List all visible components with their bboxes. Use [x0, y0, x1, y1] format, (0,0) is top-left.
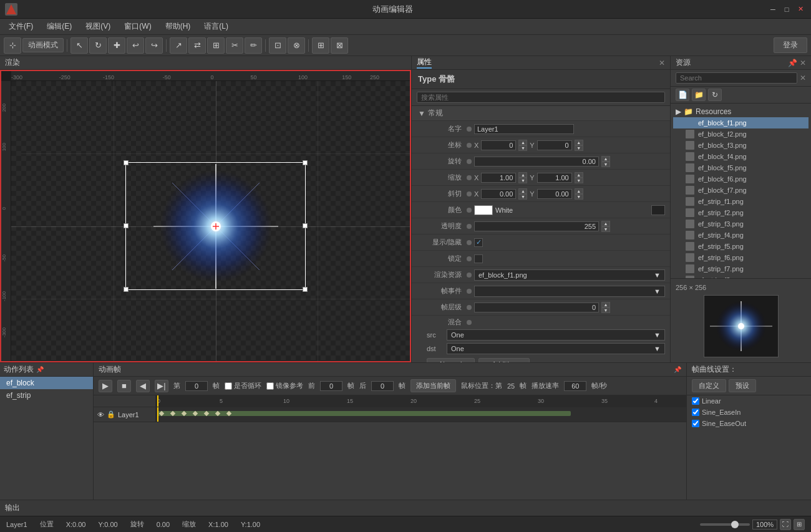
maximize-button[interactable]: □	[781, 4, 792, 15]
shy-down[interactable]: ▼	[575, 194, 583, 200]
prop-sy-input[interactable]	[537, 173, 572, 183]
res-file-4[interactable]: ef_block_f5.png	[673, 162, 809, 173]
fit-button[interactable]: ⊞	[794, 519, 805, 530]
y-up[interactable]: ▲	[575, 140, 583, 145]
tool-expand[interactable]: ⊞	[312, 37, 329, 54]
res-file-12[interactable]: ef_strip_f6.png	[673, 252, 809, 263]
keyframe-5[interactable]	[215, 411, 220, 416]
curve-custom-button[interactable]: 自定义	[692, 379, 726, 392]
zoom-thumb[interactable]	[731, 521, 739, 528]
props-tab[interactable]: 属性	[417, 57, 432, 69]
rot-up[interactable]: ▲	[601, 156, 610, 162]
op-down[interactable]: ▼	[601, 226, 610, 232]
x-down[interactable]: ▼	[518, 145, 527, 151]
track-visible-icon[interactable]: 👁	[97, 411, 104, 418]
zl-down[interactable]: ▼	[601, 307, 610, 313]
props-close-icon[interactable]: ✕	[659, 59, 665, 67]
before-input[interactable]	[320, 381, 342, 391]
blend-src-dropdown[interactable]: One ▼	[447, 329, 665, 341]
track-lock-icon[interactable]: 🔒	[107, 410, 115, 418]
prop-y-input[interactable]	[537, 140, 572, 150]
shx-down[interactable]: ▼	[518, 194, 527, 200]
fullscreen-button[interactable]: ⛶	[780, 519, 791, 530]
stop-button[interactable]: ■	[117, 380, 131, 392]
curve-linear-checkbox[interactable]	[692, 397, 699, 405]
res-file-2[interactable]: ef_block_f3.png	[673, 140, 809, 151]
zoom-track[interactable]	[700, 523, 750, 526]
res-file-10[interactable]: ef_strip_f4.png	[673, 230, 809, 241]
play-button[interactable]: ▶	[99, 380, 112, 392]
tool-arrow[interactable]: ↖	[70, 37, 88, 54]
tool-cut[interactable]: ✂	[226, 37, 243, 54]
res-pin-icon[interactable]: 📌	[788, 59, 797, 67]
res-file-11[interactable]: ef_strip_f5.png	[673, 241, 809, 252]
curve-preset-button[interactable]: 预设	[729, 379, 756, 392]
keyframe-0[interactable]	[159, 411, 164, 416]
props-search-input[interactable]	[417, 92, 665, 103]
fps-input[interactable]	[564, 381, 586, 391]
keyframe-3[interactable]	[193, 411, 198, 416]
zl-up[interactable]: ▲	[601, 302, 610, 307]
action-pin-icon[interactable]: 📌	[36, 366, 44, 373]
res-search-clear[interactable]: ✕	[800, 74, 806, 82]
sx-up[interactable]: ▲	[518, 172, 527, 178]
res-file-7[interactable]: ef_strip_f1.png	[673, 196, 809, 207]
menu-edit[interactable]: 编辑(E)	[41, 20, 78, 33]
anim-mode-button[interactable]: 动画模式	[22, 38, 64, 52]
res-close-icon[interactable]: ✕	[800, 59, 806, 67]
handle-ml[interactable]	[124, 223, 129, 228]
menu-window[interactable]: 窗口(W)	[118, 20, 157, 33]
res-file-0[interactable]: ef_block_f1.png	[673, 117, 809, 128]
next-frame-button[interactable]: ▶|	[155, 380, 168, 392]
props-section-general[interactable]: ▼ 常规	[412, 106, 670, 121]
shx-up[interactable]: ▲	[518, 188, 527, 194]
source-dropdown[interactable]: ef_block_f1.png ▼	[474, 269, 665, 281]
handle-tr[interactable]	[303, 160, 308, 165]
visible-checkbox[interactable]: ✓	[474, 238, 483, 247]
render-canvas[interactable]: -300 -250 -150 -50 0 50 100 150 250 200 …	[0, 70, 411, 362]
mirror-checkbox[interactable]	[266, 382, 274, 390]
tool-pen[interactable]: ✏	[245, 37, 262, 54]
res-folder-resources[interactable]: ▶ 📁 Resources	[673, 106, 809, 117]
menu-help[interactable]: 帮助(H)	[159, 20, 197, 33]
frame-input[interactable]	[185, 381, 208, 391]
menu-lang[interactable]: 语言(L)	[198, 20, 235, 33]
tool-add[interactable]: ✚	[108, 37, 125, 54]
res-refresh-btn[interactable]: ↻	[708, 89, 722, 101]
res-new-file-btn[interactable]: 📄	[676, 89, 689, 101]
tool-undo[interactable]: ↩	[127, 37, 144, 54]
prop-rot-input[interactable]	[474, 157, 599, 167]
color-swatch[interactable]	[474, 205, 493, 215]
sx-down[interactable]: ▼	[518, 178, 527, 183]
prop-sx-input[interactable]	[481, 173, 516, 183]
lock-checkbox[interactable]	[474, 254, 483, 263]
keyframe-2[interactable]	[182, 411, 187, 416]
shy-up[interactable]: ▲	[575, 188, 583, 194]
res-search-input[interactable]	[676, 72, 797, 84]
color-picker-btn[interactable]	[651, 205, 665, 215]
close-button[interactable]: ✕	[795, 4, 806, 15]
tool-bone[interactable]: ⊗	[288, 37, 305, 54]
res-file-1[interactable]: ef_block_f2.png	[673, 128, 809, 140]
action-item-ef-block[interactable]: ef_block	[0, 377, 93, 389]
res-file-3[interactable]: ef_block_f4.png	[673, 151, 809, 162]
prop-opacity-input[interactable]	[474, 221, 599, 231]
blend-normal-button[interactable]: Normal	[427, 358, 475, 362]
res-file-13[interactable]: ef_strip_f7.png	[673, 263, 809, 274]
res-new-folder-btn[interactable]: 📁	[692, 89, 706, 101]
keyframe-6[interactable]	[226, 411, 231, 416]
after-input[interactable]	[371, 381, 394, 391]
res-file-6[interactable]: ef_block_f7.png	[673, 185, 809, 196]
tool-shrink[interactable]: ⊠	[331, 37, 348, 54]
minimize-button[interactable]: ─	[767, 4, 779, 15]
blend-additive-button[interactable]: Additive	[478, 358, 529, 362]
prop-x-input[interactable]	[481, 140, 516, 150]
handle-tl[interactable]	[124, 160, 129, 165]
sy-up[interactable]: ▲	[575, 172, 583, 178]
timeline-pin-icon[interactable]: 📌	[674, 366, 681, 373]
handle-mr[interactable]	[303, 223, 308, 228]
y-down[interactable]: ▼	[575, 145, 583, 151]
login-button[interactable]: 登录	[774, 37, 807, 53]
keyframe-4[interactable]	[204, 411, 209, 416]
op-up[interactable]: ▲	[601, 221, 610, 226]
